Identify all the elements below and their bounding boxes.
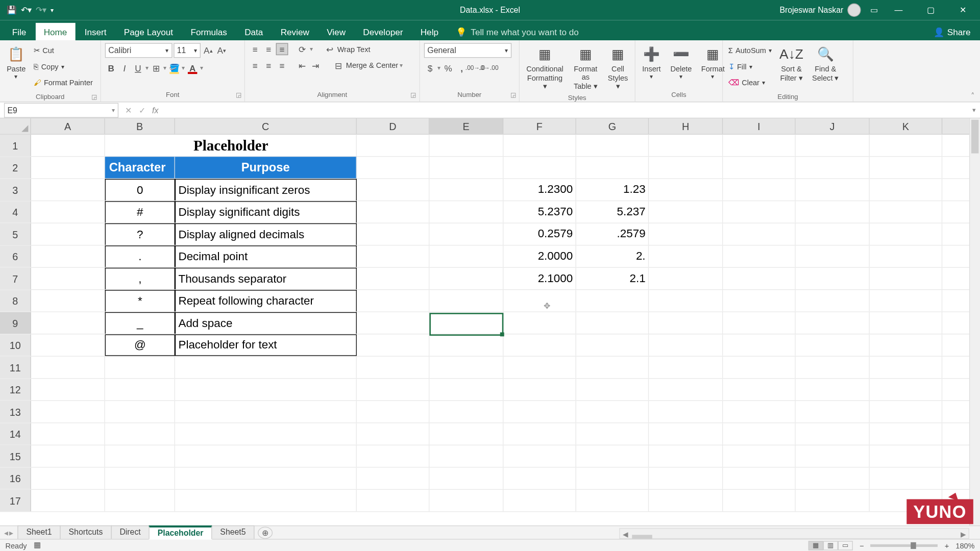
tab-page-layout[interactable]: Page Layout <box>116 23 181 40</box>
accounting-format-icon[interactable]: $ <box>424 62 436 74</box>
fx-icon[interactable]: fx <box>152 105 158 114</box>
cell[interactable] <box>429 135 503 156</box>
cell[interactable] <box>31 245 105 267</box>
cell[interactable] <box>105 423 175 444</box>
fill-button[interactable]: ↧Fill▾ <box>727 59 773 74</box>
cell[interactable] <box>649 379 723 400</box>
cell[interactable] <box>576 467 649 489</box>
qat-customize-icon[interactable]: ▾ <box>51 7 54 13</box>
cell[interactable] <box>357 445 429 467</box>
formula-input[interactable] <box>165 103 973 116</box>
cell[interactable] <box>796 201 870 222</box>
cell[interactable] <box>576 334 649 356</box>
row-header[interactable]: 5 <box>0 223 31 245</box>
cell[interactable] <box>175 379 357 400</box>
share-button[interactable]: 👤Share <box>924 23 980 40</box>
col-header-b[interactable]: B <box>105 118 175 134</box>
font-name-combo[interactable]: Calibri▾ <box>105 43 173 58</box>
cell[interactable]: 2.1 <box>576 268 649 289</box>
cell[interactable] <box>649 467 723 489</box>
shrink-font-icon[interactable]: A▾ <box>215 44 228 57</box>
align-right-icon[interactable]: ≡ <box>276 59 288 71</box>
cell[interactable] <box>576 379 649 400</box>
cell[interactable] <box>503 357 576 378</box>
cell[interactable] <box>870 401 942 422</box>
cell[interactable] <box>429 179 503 201</box>
cell[interactable] <box>503 290 576 311</box>
cut-button[interactable]: ✂Cut <box>32 43 94 58</box>
cell[interactable] <box>870 268 942 289</box>
cell[interactable] <box>796 290 870 311</box>
col-header-k[interactable]: K <box>870 118 942 134</box>
cell[interactable]: Repeat following character <box>175 290 357 311</box>
cell[interactable]: 2.1000 <box>503 268 576 289</box>
cell[interactable] <box>357 357 429 378</box>
sheet-tab[interactable]: Sheet5 <box>211 525 254 540</box>
cell[interactable] <box>429 357 503 378</box>
worksheet-grid[interactable]: A B C D E F G H I J K 12CharacterPurpose… <box>0 118 980 527</box>
cell[interactable] <box>429 334 503 356</box>
cell[interactable] <box>357 179 429 201</box>
cell[interactable]: Character <box>105 157 175 178</box>
col-header-d[interactable]: D <box>357 118 429 134</box>
minimize-button[interactable]: — <box>887 0 910 20</box>
row-header[interactable]: 15 <box>0 445 31 467</box>
cell[interactable] <box>175 490 357 511</box>
cell[interactable] <box>31 401 105 422</box>
expand-formula-bar-icon[interactable]: ▾ <box>972 106 980 114</box>
cell[interactable] <box>576 423 649 444</box>
cell[interactable] <box>31 357 105 378</box>
zoom-out-button[interactable]: − <box>860 541 864 549</box>
cell[interactable] <box>870 467 942 489</box>
cell[interactable] <box>31 490 105 511</box>
cell[interactable] <box>503 379 576 400</box>
cell[interactable] <box>576 157 649 178</box>
cell[interactable] <box>31 268 105 289</box>
cell[interactable] <box>870 445 942 467</box>
underline-button[interactable]: U <box>132 62 144 74</box>
cell[interactable]: 0.2579 <box>503 223 576 245</box>
row-header[interactable]: 6 <box>0 245 31 267</box>
row-header[interactable]: 13 <box>0 401 31 422</box>
cell[interactable] <box>723 445 795 467</box>
cell[interactable] <box>576 445 649 467</box>
new-sheet-button[interactable]: ⊕ <box>258 527 273 539</box>
cell[interactable] <box>357 490 429 511</box>
grow-font-icon[interactable]: A▴ <box>202 44 214 57</box>
row-header[interactable]: 11 <box>0 357 31 378</box>
sort-filter-button[interactable]: A↓ZSort &Filter ▾ <box>777 43 805 83</box>
cell[interactable] <box>31 290 105 311</box>
cell[interactable] <box>796 423 870 444</box>
cell[interactable] <box>870 357 942 378</box>
tab-view[interactable]: View <box>318 23 354 40</box>
cell[interactable]: , <box>105 268 175 289</box>
wrap-text-button[interactable]: Wrap Text <box>337 45 371 53</box>
tab-home[interactable]: Home <box>36 23 75 40</box>
cell[interactable] <box>723 334 795 356</box>
cell[interactable]: Display insignificant zeros <box>175 179 357 201</box>
cell[interactable] <box>796 490 870 511</box>
cell[interactable] <box>796 245 870 267</box>
copy-button[interactable]: ⎘Copy▾ <box>32 59 94 74</box>
cell[interactable] <box>723 268 795 289</box>
align-bottom-icon[interactable]: ≡ <box>276 43 288 55</box>
cell[interactable] <box>649 490 723 511</box>
cell[interactable] <box>870 334 942 356</box>
sheet-tab[interactable]: Shortcuts <box>60 525 111 540</box>
cell[interactable] <box>503 490 576 511</box>
view-page-layout-icon[interactable]: ▥ <box>823 541 838 550</box>
cell[interactable] <box>175 423 357 444</box>
cell[interactable] <box>429 223 503 245</box>
cell[interactable] <box>503 467 576 489</box>
cell[interactable]: @ <box>105 334 175 356</box>
cell[interactable] <box>175 357 357 378</box>
cell[interactable] <box>796 357 870 378</box>
col-header-f[interactable]: F <box>503 118 576 134</box>
cell[interactable] <box>870 290 942 311</box>
col-header-c[interactable]: C <box>175 118 357 134</box>
cell[interactable] <box>576 490 649 511</box>
cell[interactable] <box>723 357 795 378</box>
cell[interactable] <box>429 445 503 467</box>
cell[interactable] <box>796 223 870 245</box>
cell[interactable] <box>31 157 105 178</box>
